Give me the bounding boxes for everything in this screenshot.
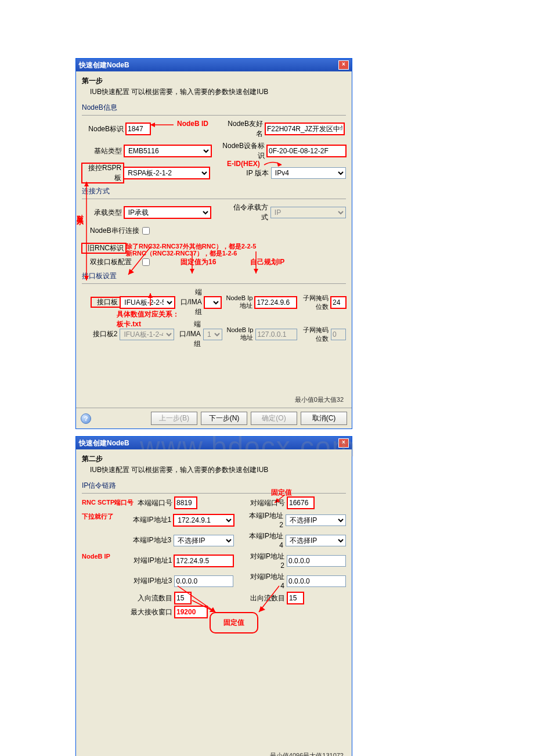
select-local-ip3[interactable]: 不选择IP [174, 535, 234, 546]
titlebar[interactable]: 快速创建NodeB × [76, 59, 352, 71]
label-local-ip1: 本端IP地址1 [120, 515, 174, 525]
title-text: 快速创建NodeB [79, 438, 129, 448]
label-sig-bearer: 信令承载方式 [228, 203, 270, 222]
group-ip: IP信令链路 [82, 481, 346, 491]
step-title: 第一步 [82, 76, 346, 86]
footer: ? 上一步(B) 下一步(N) 确定(O) 取消(C) [76, 408, 352, 429]
titlebar[interactable]: 快速创建NodeB × [76, 437, 352, 449]
label-rspr: 接控RSPR板 [82, 163, 124, 183]
input-mask[interactable] [331, 297, 346, 308]
label-peer-ip4: 对端IP地址4 [246, 572, 287, 590]
label-nodeb-ip2: NodeB Ip地址 [222, 326, 256, 342]
title-text: 快速创建NodeB [79, 60, 129, 70]
checkbox-serial[interactable] [142, 227, 150, 235]
annotation-map: 具体数值对应关系： 板卡.txt [117, 309, 179, 329]
label-dual-if: 双接口板配置 [90, 257, 142, 267]
group-nodeb-info: NodeB信息 [82, 103, 346, 113]
select-sig-bearer: IP [270, 207, 346, 218]
annotation-dropdown: 下拉就行了 [82, 512, 114, 521]
group-if: 接口板设置 [82, 271, 346, 281]
dialog-body: 第一步 IUB快速配置 可以根据需要，输入需要的参数快速创建IUB NodeB信… [76, 71, 352, 408]
input-peer-ip1[interactable] [174, 555, 233, 567]
svg-marker-2 [277, 162, 282, 167]
annotation-eid: E-ID(HEX) [227, 160, 260, 168]
input-mask2 [331, 329, 346, 340]
select-port[interactable] [204, 297, 221, 308]
input-peer-ip4[interactable] [287, 575, 346, 587]
label-local-ip2: 本端IP地址2 [246, 511, 286, 529]
checkbox-dual-if[interactable] [142, 258, 150, 266]
label-bearer: 承载类型 [82, 208, 124, 218]
label-mask: 子网掩码位数 [297, 294, 331, 311]
label-peer-ip2: 对端IP地址2 [246, 552, 287, 570]
step-desc: IUB快速配置 可以根据需要，输入需要的参数快速创建IUB [90, 87, 346, 97]
label-in-streams: 入向流数目 [120, 593, 175, 603]
dialog-step2: www.bdocx.com 快速创建NodeB × 第二步 IUB快速配置 可以… [75, 436, 352, 756]
label-mask2: 子网掩码位数 [297, 326, 331, 343]
dialog-body: 第二步 IUB快速配置 可以根据需要，输入需要的参数快速创建IUB IP信令链路… [76, 449, 352, 756]
input-local-port[interactable] [175, 497, 197, 509]
label-ip-ver: IP 版本 [242, 168, 270, 178]
select-bs-type[interactable]: EMB5116 [124, 145, 211, 157]
label-out-streams: 出向流数目 [247, 593, 287, 603]
annotation-nodeb-id: NodeB ID [177, 120, 208, 128]
prev-button: 上一步(B) [151, 412, 197, 425]
label-dev-id: NodeB设备标识 [219, 141, 268, 161]
cancel-button[interactable]: 取消(C) [301, 412, 347, 425]
close-icon[interactable]: × [338, 438, 349, 448]
ok-button: 确定(O) [251, 412, 297, 425]
hint-range: 最小值4096最大值131072 [82, 751, 344, 756]
annotation-fixed16: 固定值为16 [181, 257, 216, 267]
svg-marker-1 [150, 123, 155, 127]
label-if-board: 接口板 [91, 297, 120, 307]
label-nodeb-ip: NodeB Ip地址 [221, 294, 255, 310]
select-local-ip4[interactable]: 不选择IP [286, 535, 346, 546]
label-peer-port: 对端端口号 [247, 498, 287, 508]
label-local-ip3: 本端IP地址3 [120, 535, 174, 545]
label-bs-type: 基站类型 [82, 146, 124, 156]
annotation-rnc-sctp: RNC SCTP端口号 [82, 498, 134, 507]
input-in-streams[interactable] [175, 592, 191, 604]
label-serial: NodeB串行连接 [90, 226, 142, 236]
dialog-step1: 快速创建NodeB × 第一步 IUB快速配置 可以根据需要，输入需要的参数快速… [75, 58, 352, 429]
input-nodeb-id[interactable] [126, 123, 150, 135]
label-local-ip4: 本端IP地址4 [246, 531, 286, 549]
input-peer-ip3[interactable] [174, 575, 233, 587]
help-icon[interactable]: ? [81, 413, 91, 424]
annotation-fixed-center: 固定值 [223, 618, 244, 627]
label-nodeb-id: NodeB标识 [82, 124, 126, 134]
input-nodeb-ip[interactable] [255, 297, 297, 308]
select-local-ip2[interactable]: 不选择IP [286, 514, 346, 526]
annotation-fixed-box: 固定值 [210, 612, 258, 633]
annotation-self-ip: 自己规划IP [250, 257, 284, 267]
group-conn: 连接方式 [82, 186, 346, 196]
input-out-streams[interactable] [287, 592, 304, 604]
select-bearer[interactable]: IP承载 [124, 207, 211, 218]
close-icon[interactable]: × [338, 60, 349, 70]
label-if-board2: 接口板2 [91, 329, 120, 339]
select-ip-ver[interactable]: IPv4 [271, 167, 346, 179]
select-if-board[interactable]: IFUA板-2-2-5 [120, 297, 175, 308]
annotation-nodeb-ip: NodeB IP [82, 553, 110, 560]
step-desc: IUB快速配置 可以根据需要，输入需要的参数快速创建IUB [90, 465, 346, 475]
step-title: 第二步 [82, 454, 346, 464]
hint-range: 最小值0最大值32 [82, 395, 344, 404]
label-max-rx: 最大接收窗口 [120, 607, 175, 617]
next-button[interactable]: 下一步(N) [201, 412, 247, 425]
input-dev-id[interactable] [267, 145, 346, 157]
label-peer-ip3: 对端IP地址3 [120, 576, 174, 586]
annotation-fixed-top: 固定值 [271, 488, 292, 498]
input-nodeb-ip2 [255, 329, 297, 340]
select-if-board2: IFUA板-1-2-4 [120, 329, 174, 340]
input-peer-ip2[interactable] [287, 555, 346, 567]
select-port2: 1 [203, 329, 222, 340]
input-nodeb-name[interactable] [265, 123, 344, 135]
input-max-rx[interactable] [175, 606, 207, 618]
label-peer-ip1: 对端IP地址1 [120, 556, 174, 566]
label-old-rnc: 旧RNC标识 [82, 243, 126, 253]
label-nodeb-name: NodeB友好名 [221, 119, 265, 139]
select-rspr[interactable]: RSPA板-2-1-2 [124, 167, 210, 179]
input-peer-port[interactable] [287, 497, 314, 509]
select-local-ip1[interactable]: 172.24.9.1 [174, 514, 234, 526]
